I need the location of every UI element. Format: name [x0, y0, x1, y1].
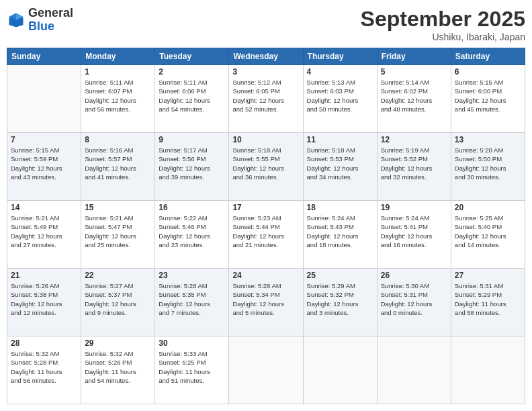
day-info: Sunrise: 5:24 AM Sunset: 5:41 PM Dayligh…	[381, 214, 447, 249]
calendar-header-row: SundayMondayTuesdayWednesdayThursdayFrid…	[7, 48, 525, 65]
day-info: Sunrise: 5:20 AM Sunset: 5:50 PM Dayligh…	[455, 146, 521, 181]
day-number: 14	[11, 203, 77, 212]
day-number: 16	[159, 203, 225, 212]
day-info: Sunrise: 5:17 AM Sunset: 5:56 PM Dayligh…	[159, 146, 225, 181]
day-info: Sunrise: 5:24 AM Sunset: 5:43 PM Dayligh…	[307, 214, 373, 249]
day-number: 11	[307, 135, 373, 144]
day-info: Sunrise: 5:14 AM Sunset: 6:02 PM Dayligh…	[381, 78, 447, 113]
calendar-cell: 28Sunrise: 5:32 AM Sunset: 5:28 PM Dayli…	[7, 336, 81, 404]
day-number: 29	[85, 338, 151, 348]
calendar-cell: 10Sunrise: 5:18 AM Sunset: 5:55 PM Dayli…	[229, 133, 303, 201]
calendar-table: SundayMondayTuesdayWednesdayThursdayFrid…	[7, 48, 525, 404]
calendar-cell: 21Sunrise: 5:26 AM Sunset: 5:38 PM Dayli…	[7, 269, 81, 336]
day-info: Sunrise: 5:18 AM Sunset: 5:53 PM Dayligh…	[307, 146, 373, 181]
day-info: Sunrise: 5:29 AM Sunset: 5:32 PM Dayligh…	[307, 281, 373, 317]
calendar-cell: 4Sunrise: 5:13 AM Sunset: 6:03 PM Daylig…	[303, 65, 377, 133]
day-number: 15	[85, 203, 151, 212]
calendar-week-row: 7Sunrise: 5:15 AM Sunset: 5:59 PM Daylig…	[7, 133, 525, 201]
header: General Blue September 2025 Ushiku, Ibar…	[7, 7, 525, 42]
calendar-cell: 25Sunrise: 5:29 AM Sunset: 5:32 PM Dayli…	[303, 269, 377, 336]
weekday-header: Monday	[81, 48, 155, 65]
calendar-week-row: 14Sunrise: 5:21 AM Sunset: 5:49 PM Dayli…	[7, 201, 525, 269]
month-title: September 2025	[361, 7, 525, 32]
day-number: 28	[11, 338, 77, 348]
calendar-cell: 24Sunrise: 5:28 AM Sunset: 5:34 PM Dayli…	[229, 269, 303, 336]
calendar-cell: 22Sunrise: 5:27 AM Sunset: 5:37 PM Dayli…	[81, 269, 155, 336]
day-info: Sunrise: 5:22 AM Sunset: 5:46 PM Dayligh…	[159, 214, 225, 249]
calendar-cell: 17Sunrise: 5:23 AM Sunset: 5:44 PM Dayli…	[229, 201, 303, 269]
day-number: 24	[232, 271, 299, 280]
day-number: 18	[307, 203, 373, 212]
calendar-cell	[451, 336, 525, 404]
day-number: 1	[85, 67, 151, 77]
calendar-cell: 26Sunrise: 5:30 AM Sunset: 5:31 PM Dayli…	[377, 269, 451, 336]
day-number: 8	[85, 135, 151, 144]
day-info: Sunrise: 5:11 AM Sunset: 6:06 PM Dayligh…	[159, 78, 225, 113]
day-number: 3	[232, 67, 299, 77]
calendar-cell: 3Sunrise: 5:12 AM Sunset: 6:05 PM Daylig…	[229, 65, 303, 133]
day-info: Sunrise: 5:15 AM Sunset: 6:00 PM Dayligh…	[455, 78, 521, 113]
day-number: 12	[381, 135, 447, 144]
day-info: Sunrise: 5:19 AM Sunset: 5:52 PM Dayligh…	[381, 146, 447, 181]
day-number: 17	[232, 203, 299, 212]
day-number: 23	[159, 271, 225, 280]
calendar-cell: 6Sunrise: 5:15 AM Sunset: 6:00 PM Daylig…	[451, 65, 525, 133]
day-number: 25	[307, 271, 373, 280]
day-info: Sunrise: 5:26 AM Sunset: 5:38 PM Dayligh…	[11, 281, 77, 317]
logo-text: General Blue	[28, 7, 73, 34]
calendar-cell: 29Sunrise: 5:32 AM Sunset: 5:26 PM Dayli…	[81, 336, 155, 404]
day-info: Sunrise: 5:23 AM Sunset: 5:44 PM Dayligh…	[232, 214, 299, 249]
day-number: 10	[232, 135, 299, 144]
calendar-cell: 23Sunrise: 5:28 AM Sunset: 5:35 PM Dayli…	[155, 269, 229, 336]
day-info: Sunrise: 5:11 AM Sunset: 6:07 PM Dayligh…	[85, 78, 151, 113]
day-info: Sunrise: 5:16 AM Sunset: 5:57 PM Dayligh…	[85, 146, 151, 181]
calendar-cell	[303, 336, 377, 404]
logo-icon	[7, 11, 26, 30]
day-number: 9	[159, 135, 225, 144]
day-number: 5	[381, 67, 447, 77]
day-info: Sunrise: 5:32 AM Sunset: 5:26 PM Dayligh…	[85, 349, 151, 385]
day-number: 27	[455, 271, 521, 280]
calendar-cell: 16Sunrise: 5:22 AM Sunset: 5:46 PM Dayli…	[155, 201, 229, 269]
logo-general: General	[28, 6, 73, 19]
weekday-header: Tuesday	[155, 48, 229, 65]
logo: General Blue	[7, 7, 73, 34]
calendar-week-row: 1Sunrise: 5:11 AM Sunset: 6:07 PM Daylig…	[7, 65, 525, 133]
calendar-cell: 1Sunrise: 5:11 AM Sunset: 6:07 PM Daylig…	[81, 65, 155, 133]
day-number: 6	[455, 67, 521, 77]
day-number: 21	[11, 271, 77, 280]
day-number: 26	[381, 271, 447, 280]
day-info: Sunrise: 5:31 AM Sunset: 5:29 PM Dayligh…	[455, 281, 521, 317]
day-info: Sunrise: 5:32 AM Sunset: 5:28 PM Dayligh…	[11, 349, 77, 385]
day-number: 7	[11, 135, 77, 144]
day-info: Sunrise: 5:28 AM Sunset: 5:34 PM Dayligh…	[232, 281, 299, 317]
calendar-cell: 20Sunrise: 5:25 AM Sunset: 5:40 PM Dayli…	[451, 201, 525, 269]
location: Ushiku, Ibaraki, Japan	[361, 32, 525, 42]
day-info: Sunrise: 5:18 AM Sunset: 5:55 PM Dayligh…	[232, 146, 299, 181]
logo-blue: Blue	[28, 19, 54, 33]
calendar-cell: 11Sunrise: 5:18 AM Sunset: 5:53 PM Dayli…	[303, 133, 377, 201]
day-info: Sunrise: 5:28 AM Sunset: 5:35 PM Dayligh…	[159, 281, 225, 317]
day-info: Sunrise: 5:13 AM Sunset: 6:03 PM Dayligh…	[307, 78, 373, 113]
calendar-cell: 7Sunrise: 5:15 AM Sunset: 5:59 PM Daylig…	[7, 133, 81, 201]
day-info: Sunrise: 5:27 AM Sunset: 5:37 PM Dayligh…	[85, 281, 151, 317]
day-info: Sunrise: 5:25 AM Sunset: 5:40 PM Dayligh…	[455, 214, 521, 249]
weekday-header: Friday	[377, 48, 451, 65]
calendar-cell: 8Sunrise: 5:16 AM Sunset: 5:57 PM Daylig…	[81, 133, 155, 201]
calendar-cell: 13Sunrise: 5:20 AM Sunset: 5:50 PM Dayli…	[451, 133, 525, 201]
calendar-cell	[7, 65, 81, 133]
day-info: Sunrise: 5:33 AM Sunset: 5:25 PM Dayligh…	[159, 349, 225, 385]
calendar-cell: 9Sunrise: 5:17 AM Sunset: 5:56 PM Daylig…	[155, 133, 229, 201]
day-info: Sunrise: 5:15 AM Sunset: 5:59 PM Dayligh…	[11, 146, 77, 181]
weekday-header: Saturday	[451, 48, 525, 65]
title-block: September 2025 Ushiku, Ibaraki, Japan	[361, 7, 525, 42]
calendar-cell: 18Sunrise: 5:24 AM Sunset: 5:43 PM Dayli…	[303, 201, 377, 269]
calendar-cell: 14Sunrise: 5:21 AM Sunset: 5:49 PM Dayli…	[7, 201, 81, 269]
calendar-cell	[229, 336, 303, 404]
day-number: 22	[85, 271, 151, 280]
calendar-cell: 19Sunrise: 5:24 AM Sunset: 5:41 PM Dayli…	[377, 201, 451, 269]
day-info: Sunrise: 5:21 AM Sunset: 5:47 PM Dayligh…	[85, 214, 151, 249]
weekday-header: Wednesday	[229, 48, 303, 65]
calendar-cell: 15Sunrise: 5:21 AM Sunset: 5:47 PM Dayli…	[81, 201, 155, 269]
day-info: Sunrise: 5:12 AM Sunset: 6:05 PM Dayligh…	[232, 78, 299, 113]
